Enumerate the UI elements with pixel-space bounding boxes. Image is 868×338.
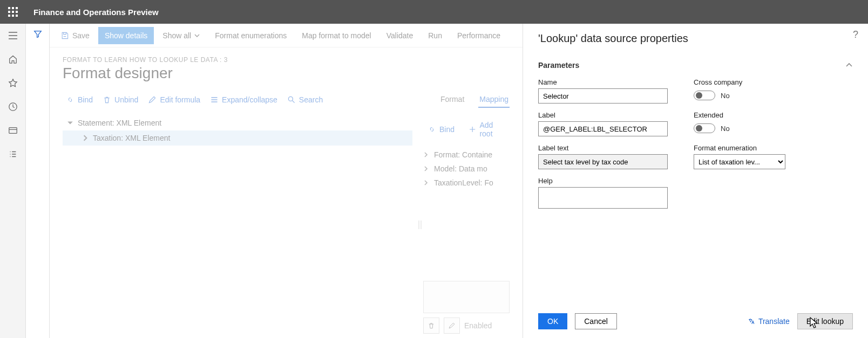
- command-bar: Save Show details Show all Format enumer…: [50, 24, 523, 47]
- chevron-up-icon: [845, 61, 853, 69]
- labeltext-label: Label text: [538, 144, 668, 152]
- star-icon[interactable]: [8, 78, 18, 88]
- parameters-form: Name Cross company No Label Extended No: [538, 78, 853, 209]
- cross-company-label: Cross company: [694, 78, 791, 86]
- labeltext-input: [538, 154, 668, 169]
- extended-value: No: [721, 125, 730, 133]
- help-input[interactable]: [538, 187, 668, 209]
- tree-row-taxation[interactable]: Taxation: XML Element: [63, 130, 412, 146]
- help-icon[interactable]: ?: [853, 29, 858, 40]
- search-action[interactable]: Search: [284, 93, 326, 106]
- save-icon: [60, 31, 69, 40]
- edit-formula-action[interactable]: Edit formula: [145, 93, 204, 106]
- run-label: Run: [428, 31, 442, 40]
- app-launcher-button[interactable]: [0, 0, 26, 24]
- show-details-button[interactable]: Show details: [98, 27, 154, 44]
- mapping-bind-action[interactable]: Bind: [424, 119, 458, 140]
- filter-icon[interactable]: [33, 29, 43, 338]
- save-button[interactable]: Save: [54, 27, 96, 44]
- breadcrumb: FORMAT TO LEARN HOW TO LOOKUP LE DATA : …: [63, 56, 510, 64]
- delete-button[interactable]: [423, 318, 439, 334]
- performance-label: Performance: [457, 31, 500, 40]
- nav-rail: [0, 24, 26, 338]
- help-label: Help: [538, 177, 668, 185]
- list-icon[interactable]: [8, 149, 18, 160]
- edit-lookup-button[interactable]: Edit lookup: [797, 313, 853, 329]
- extended-toggle[interactable]: [694, 123, 715, 133]
- run-button[interactable]: Run: [422, 27, 449, 44]
- bind-action[interactable]: Bind: [63, 93, 96, 106]
- field-help: Help: [538, 177, 668, 209]
- ds-label: Model: Data mo: [434, 164, 487, 173]
- pencil-icon: [148, 95, 157, 104]
- section-label: Parameters: [538, 61, 579, 70]
- svg-rect-1: [9, 128, 16, 134]
- ds-row-format[interactable]: Format: Containe: [423, 148, 510, 162]
- bottom-controls: Enabled: [423, 318, 510, 334]
- show-all-label: Show all: [162, 31, 191, 40]
- show-all-button[interactable]: Show all: [156, 27, 206, 44]
- ds-row-model[interactable]: Model: Data mo: [423, 162, 510, 176]
- trash-icon: [103, 95, 111, 104]
- search-label: Search: [299, 95, 323, 104]
- expand-collapse-action[interactable]: Expand/collapse: [207, 93, 281, 106]
- ds-label: Format: Containe: [434, 150, 492, 159]
- mapping-bind-label: Bind: [439, 125, 455, 134]
- unbind-action[interactable]: Unbind: [99, 93, 141, 106]
- label-input[interactable]: [538, 121, 668, 136]
- format-enum-label: Format enumeration: [694, 144, 791, 152]
- save-label: Save: [72, 31, 90, 40]
- map-format-label: Map format to model: [302, 31, 371, 40]
- edit-button[interactable]: [444, 318, 460, 334]
- translate-link[interactable]: Translate: [748, 317, 790, 326]
- caret-right-icon: [423, 152, 429, 157]
- translate-icon: [748, 318, 755, 325]
- tab-format[interactable]: Format: [439, 92, 465, 108]
- name-input[interactable]: [538, 88, 668, 104]
- name-label: Name: [538, 78, 668, 86]
- performance-button[interactable]: Performance: [451, 27, 507, 44]
- map-format-button[interactable]: Map format to model: [295, 27, 377, 44]
- ds-row-taxationlevel[interactable]: TaxationLevel: Fo: [423, 176, 510, 190]
- field-cross-company: Cross company No: [694, 78, 791, 100]
- cross-company-value: No: [721, 92, 730, 100]
- mapping-panel: Bind Add root Format: Containe: [423, 115, 510, 334]
- filter-rail: [26, 24, 50, 338]
- bind-label: Bind: [78, 95, 93, 104]
- ds-label: TaxationLevel: Fo: [434, 178, 493, 187]
- enabled-label: Enabled: [464, 321, 492, 330]
- tree-row-statement[interactable]: Statement: XML Element: [63, 115, 412, 130]
- caret-right-icon: [423, 180, 429, 185]
- validate-button[interactable]: Validate: [380, 27, 420, 44]
- field-label: Label: [538, 111, 668, 136]
- ok-button[interactable]: OK: [538, 313, 567, 329]
- format-enumerations-button[interactable]: Format enumerations: [208, 27, 293, 44]
- validate-label: Validate: [386, 31, 413, 40]
- format-enum-select[interactable]: List of taxation lev...: [694, 154, 785, 169]
- mapping-tabs: Format Mapping: [439, 92, 510, 108]
- cancel-button[interactable]: Cancel: [575, 313, 617, 329]
- format-tree: Statement: XML Element Taxation: XML Ele…: [63, 115, 412, 146]
- section-parameters-header[interactable]: Parameters: [538, 59, 853, 72]
- translate-label: Translate: [758, 317, 790, 326]
- properties-panel: ? 'Lookup' data source properties Parame…: [523, 24, 868, 338]
- expression-box[interactable]: [423, 281, 510, 313]
- app-title: Finance and Operations Preview: [26, 8, 159, 17]
- home-icon[interactable]: [8, 54, 18, 65]
- tab-mapping[interactable]: Mapping: [478, 92, 510, 108]
- recent-icon[interactable]: [8, 101, 18, 112]
- splitter-handle[interactable]: [417, 115, 423, 334]
- tree-label: Taxation: XML Element: [93, 134, 170, 142]
- main-area: Save Show details Show all Format enumer…: [50, 24, 523, 338]
- field-name: Name: [538, 78, 668, 104]
- cross-company-toggle[interactable]: [694, 91, 715, 100]
- mapping-add-root-action[interactable]: Add root: [465, 119, 508, 140]
- field-extended: Extended No: [694, 111, 791, 133]
- page-title: Format designer: [63, 65, 510, 82]
- hamburger-icon[interactable]: [8, 30, 18, 41]
- workspace-icon[interactable]: [8, 125, 18, 136]
- chevron-down-icon: [194, 33, 200, 38]
- svg-point-2: [288, 96, 293, 101]
- mapping-add-root-label: Add root: [479, 121, 505, 138]
- mapping-actions: Bind Add root: [423, 115, 510, 143]
